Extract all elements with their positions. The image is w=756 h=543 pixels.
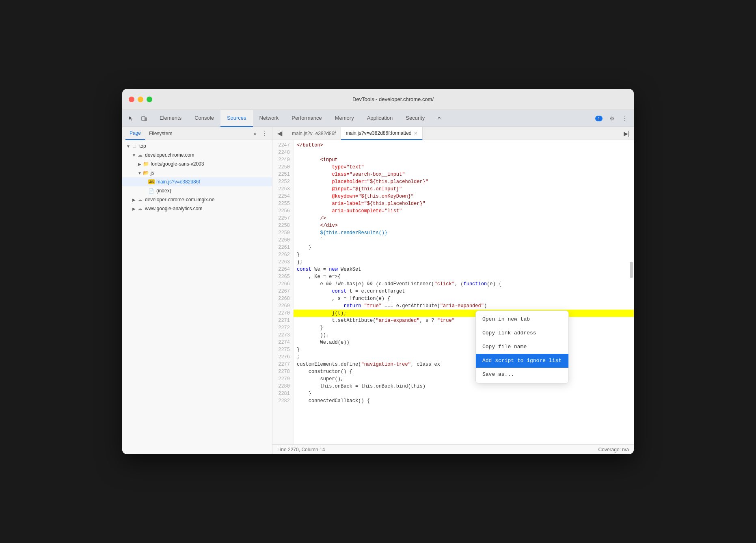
code-tab-close-icon[interactable]: × — [414, 130, 417, 136]
code-line-2271: t.setAttribute("aria-expanded", s ? "tru… — [294, 317, 634, 324]
tree-item-js[interactable]: ▼ 📂 js — [122, 168, 272, 177]
tab-memory[interactable]: Memory — [328, 110, 361, 127]
tab-security[interactable]: Security — [399, 110, 431, 127]
cloud-icon-analytics: ☁ — [137, 205, 143, 212]
context-menu-copy-link[interactable]: Copy link address — [476, 326, 568, 340]
cursor-icon[interactable] — [125, 113, 137, 124]
devtools-toolbar-right: 1 ⚙ ⋮ — [593, 113, 631, 124]
code-line-2275: } — [294, 346, 634, 353]
code-line-2256: aria-autocomplete="list" — [294, 207, 634, 215]
tree-arrow-top: ▼ — [125, 144, 131, 149]
tab-console[interactable]: Console — [188, 110, 220, 127]
status-coverage: Coverage: n/a — [598, 447, 629, 452]
tab-more[interactable]: » — [431, 110, 447, 127]
sidebar-menu-icon[interactable]: ⋮ — [260, 129, 269, 138]
svg-rect-1 — [145, 118, 147, 121]
tree-arrow-js: ▼ — [137, 171, 143, 175]
code-line-2258: </div> — [294, 222, 634, 229]
sidebar: Page Filesystem » ⋮ ▼ □ top — [122, 127, 272, 454]
toggle-sidebar-icon[interactable]: ◀ — [274, 128, 285, 139]
code-line-2252: placeholder="${this.placeholder}" — [294, 178, 634, 185]
title-bar: DevTools - developer.chrome.com/ — [122, 89, 634, 110]
maximize-button[interactable] — [147, 97, 152, 102]
tree-arrow-imgix: ▶ — [131, 198, 137, 202]
sidebar-tab-filesystem[interactable]: Filesystem — [145, 127, 176, 140]
line-numbers: 2247 2248 2249 2250 2251 2252 2253 2254 … — [272, 140, 294, 444]
tree-item-analytics[interactable]: ▶ ☁ www.google-analytics.com — [122, 204, 272, 213]
code-line-2261: } — [294, 244, 634, 251]
code-line-2274: We.add(e)) — [294, 339, 634, 346]
tab-application[interactable]: Application — [361, 110, 400, 127]
tree-item-index[interactable]: 📄 (index) — [122, 186, 272, 195]
code-line-2272: } — [294, 324, 634, 332]
code-editor[interactable]: 2247 2248 2249 2250 2251 2252 2253 2254 … — [272, 140, 634, 444]
code-line-2280: this.onBack = this.onBack.bind(this) — [294, 383, 634, 390]
js-file-icon: JS — [148, 179, 155, 185]
sidebar-more: » ⋮ — [252, 129, 269, 138]
code-line-2263: ); — [294, 259, 634, 266]
code-line-2279: super(), — [294, 375, 634, 383]
tab-sources[interactable]: Sources — [220, 110, 253, 127]
cloud-icon-devchrome: ☁ — [137, 152, 143, 158]
sidebar-more-icon[interactable]: » — [252, 129, 258, 138]
svg-rect-0 — [142, 116, 145, 121]
tab-performance[interactable]: Performance — [285, 110, 328, 127]
code-line-2267: const t = e.currentTarget — [294, 288, 634, 295]
tree-arrow-fonts: ▶ — [137, 162, 143, 166]
code-line-2277: customElements.define("navigation-tree",… — [294, 361, 634, 368]
code-line-2253: @input="${this.onInput}" — [294, 185, 634, 193]
code-line-2259: ${this.renderResults()} — [294, 229, 634, 237]
context-menu-save-as[interactable]: Save as... — [476, 368, 568, 381]
context-menu-open-new-tab[interactable]: Open in new tab — [476, 312, 568, 326]
tree-item-fonts[interactable]: ▶ 📁 fonts/google-sans-v2003 — [122, 159, 272, 168]
tree-item-devchrome[interactable]: ▼ ☁ developer.chrome.com — [122, 151, 272, 159]
sidebar-tabs: Page Filesystem » ⋮ — [122, 127, 272, 140]
context-menu-copy-filename[interactable]: Copy file name — [476, 340, 568, 354]
code-line-2257: /> — [294, 215, 634, 222]
sidebar-tab-page[interactable]: Page — [125, 127, 145, 140]
devtools-toolbar-left — [125, 113, 150, 124]
context-menu-add-ignore[interactable]: Add script to ignore list — [476, 354, 568, 368]
tree-label-index: (index) — [156, 188, 171, 194]
minimize-button[interactable] — [138, 97, 143, 102]
folder-icon-fonts: 📁 — [143, 161, 149, 167]
device-toolbar-icon[interactable] — [138, 113, 150, 124]
tree-label-imgix: developer-chrome-com.imgix.ne — [145, 197, 214, 203]
file-tree: ▼ □ top ▼ ☁ developer.chrome.com ▶ 📁 fon… — [122, 140, 272, 454]
status-position: Line 2270, Column 14 — [277, 447, 325, 452]
tab-network[interactable]: Network — [253, 110, 285, 127]
devtools-tab-bar: Elements Console Sources Network Perform… — [122, 110, 634, 127]
code-line-2249: <input — [294, 156, 634, 164]
message-badge-button[interactable]: 1 — [593, 113, 605, 124]
code-line-2269: return "true" === e.getAttribute("aria-e… — [294, 302, 634, 310]
code-line-2260: ` — [294, 237, 634, 244]
scrollbar-thumb[interactable] — [630, 262, 633, 278]
folder-open-icon-js: 📂 — [143, 170, 149, 176]
tree-label-analytics: www.google-analytics.com — [145, 206, 202, 211]
close-button[interactable] — [129, 97, 134, 102]
more-options-icon[interactable]: ⋮ — [619, 113, 631, 124]
code-line-2281: } — [294, 390, 634, 397]
cloud-icon-imgix: ☁ — [137, 196, 143, 203]
code-line-2264: const We = new WeakSet — [294, 266, 634, 273]
code-line-2262: } — [294, 251, 634, 259]
main-tabs: Elements Console Sources Network Perform… — [153, 110, 593, 127]
tree-item-mainjs[interactable]: JS main.js?v=e382d86f — [122, 177, 272, 186]
tree-arrow-devchrome: ▼ — [131, 153, 137, 157]
settings-icon[interactable]: ⚙ — [606, 113, 618, 124]
context-menu: Open in new tab Copy link address Copy f… — [475, 310, 569, 384]
tree-item-top[interactable]: ▼ □ top — [122, 142, 272, 151]
collapse-panel-icon[interactable]: ▶| — [621, 128, 632, 139]
status-bar: Line 2270, Column 14 Coverage: n/a — [272, 444, 634, 454]
code-tab-mainjs-formatted[interactable]: main.js?v=e382d86f:formatted × — [341, 127, 423, 140]
code-line-2268: , s = !function(e) { — [294, 295, 634, 302]
code-tab-mainjs[interactable]: main.js?v=e382d86f — [287, 127, 341, 140]
code-panel: ◀ main.js?v=e382d86f main.js?v=e382d86f:… — [272, 127, 634, 454]
tab-elements[interactable]: Elements — [153, 110, 188, 127]
code-line-2273: )), — [294, 332, 634, 339]
tree-arrow-analytics: ▶ — [131, 207, 137, 211]
tree-label-mainjs: main.js?v=e382d86f — [156, 179, 200, 185]
tree-item-imgix[interactable]: ▶ ☁ developer-chrome-com.imgix.ne — [122, 195, 272, 204]
tree-label-fonts: fonts/google-sans-v2003 — [151, 161, 204, 167]
window-title: DevTools - developer.chrome.com/ — [159, 96, 627, 102]
